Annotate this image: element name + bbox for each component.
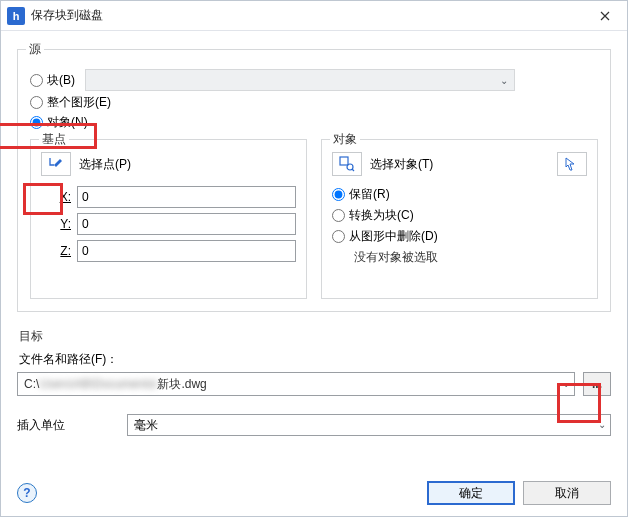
select-objects-button[interactable] [332, 152, 362, 176]
objects-group-label: 对象 [330, 131, 360, 148]
option-retain[interactable]: 保留(R) [332, 186, 587, 203]
radio-whole[interactable] [30, 96, 43, 109]
coord-z-label: Z: [41, 244, 71, 258]
coord-y-label: Y: [41, 217, 71, 231]
pick-point-button[interactable] [41, 152, 71, 176]
pick-point-label: 选择点(P) [79, 156, 131, 173]
insert-unit-label: 插入单位 [17, 417, 127, 434]
coord-y-input[interactable] [77, 213, 296, 235]
quick-select-button[interactable] [557, 152, 587, 176]
file-label: 文件名和路径(F)： [19, 351, 611, 368]
select-objects-icon [339, 156, 355, 172]
dialog-window: h 保存块到磁盘 源 块(B) ⌄ 整个图形(E) [0, 0, 628, 517]
source-option-block[interactable]: 块(B) ⌄ [30, 69, 598, 91]
pick-point-row: 选择点(P) [41, 152, 296, 176]
option-convert[interactable]: 转换为块(C) [332, 207, 587, 224]
window-title: 保存块到磁盘 [31, 7, 583, 24]
chevron-down-icon: ⌄ [598, 419, 606, 430]
target-section: 目标 文件名和路径(F)： C:\Users\AB\Documents\新块.d… [17, 328, 611, 436]
coord-x-input[interactable] [77, 186, 296, 208]
two-column-row: 基点 选择点(P) X: [30, 139, 598, 299]
radio-block-label: 块(B) [47, 72, 75, 89]
source-option-whole[interactable]: 整个图形(E) [30, 94, 598, 111]
ok-button[interactable]: 确定 [427, 481, 515, 505]
radio-delete[interactable] [332, 230, 345, 243]
select-objects-label: 选择对象(T) [370, 156, 433, 173]
browse-button[interactable]: ... [583, 372, 611, 396]
radio-convert[interactable] [332, 209, 345, 222]
insert-unit-select[interactable]: 毫米 ⌄ [127, 414, 611, 436]
coord-z-row: Z: [41, 240, 296, 262]
coord-x-row: X: [41, 186, 296, 208]
unit-row: 插入单位 毫米 ⌄ [17, 414, 611, 436]
insert-unit-value: 毫米 [134, 417, 158, 434]
close-icon [600, 11, 610, 21]
svg-rect-0 [340, 157, 348, 165]
app-icon: h [7, 7, 25, 25]
svg-line-2 [352, 169, 354, 171]
coord-z-input[interactable] [77, 240, 296, 262]
quick-select-icon [564, 156, 580, 172]
target-group-label: 目标 [19, 328, 611, 345]
content-area: 源 块(B) ⌄ 整个图形(E) 对象(N) [1, 31, 627, 478]
radio-retain[interactable] [332, 188, 345, 201]
block-name-select: ⌄ [85, 69, 515, 91]
file-path-suffix: 新块.dwg [157, 376, 206, 393]
coord-x-label: X: [41, 190, 71, 204]
source-option-objects[interactable]: 对象(N) [30, 114, 598, 131]
select-objects-row: 选择对象(T) [332, 152, 587, 176]
chevron-down-icon: ⌄ [498, 74, 510, 86]
selection-status: 没有对象被选取 [354, 249, 587, 266]
source-group-label: 源 [26, 41, 44, 58]
file-path-redacted: Users\AB\Documents\ [39, 377, 157, 391]
radio-whole-label: 整个图形(E) [47, 94, 111, 111]
object-mode-radios: 保留(R) 转换为块(C) 从图形中删除(D) 没有对象被选取 [332, 186, 587, 266]
option-delete[interactable]: 从图形中删除(D) [332, 228, 587, 245]
help-button[interactable]: ? [17, 483, 37, 503]
chevron-down-icon: ⌄ [562, 378, 570, 389]
footer: ? 确定 取消 [1, 478, 627, 516]
file-path-prefix: C:\ [24, 377, 39, 391]
radio-block-text: 块(B) [47, 73, 75, 87]
radio-objects[interactable] [30, 116, 43, 129]
titlebar: h 保存块到磁盘 [1, 1, 627, 31]
file-path-combo[interactable]: C:\Users\AB\Documents\新块.dwg ⌄ [17, 372, 575, 396]
file-row: C:\Users\AB\Documents\新块.dwg ⌄ ... [17, 372, 611, 396]
basepoint-group-label: 基点 [39, 131, 69, 148]
button-row: 确定 取消 [427, 481, 611, 505]
radio-retain-label: 保留(R) [349, 186, 390, 203]
radio-convert-label: 转换为块(C) [349, 207, 414, 224]
radio-objects-label: 对象(N) [47, 114, 88, 131]
pick-point-icon [48, 156, 64, 172]
source-group: 源 块(B) ⌄ 整个图形(E) 对象(N) [17, 49, 611, 312]
radio-block[interactable] [30, 74, 43, 87]
close-button[interactable] [583, 1, 627, 31]
radio-delete-label: 从图形中删除(D) [349, 228, 438, 245]
basepoint-group: 基点 选择点(P) X: [30, 139, 307, 299]
objects-group: 对象 选择对象(T) [321, 139, 598, 299]
coord-y-row: Y: [41, 213, 296, 235]
cancel-button[interactable]: 取消 [523, 481, 611, 505]
